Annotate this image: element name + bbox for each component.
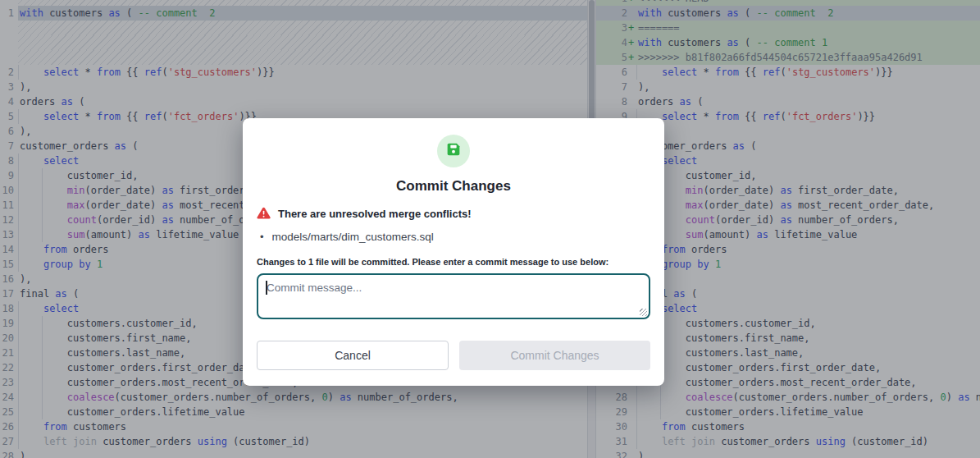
conflicted-file-item: • models/marts/dim_customers.sql — [257, 231, 650, 243]
bullet-point: • — [260, 231, 264, 243]
merge-conflict-warning: There are unresolved merge conflicts! — [257, 207, 650, 220]
resize-grip-icon[interactable] — [640, 309, 647, 316]
conflicted-file-path: models/marts/dim_customers.sql — [272, 231, 434, 243]
ide-screen: 1with customers as ( -- comment 22 selec… — [0, 0, 980, 458]
save-icon-badge — [437, 135, 470, 167]
text-cursor — [266, 281, 267, 295]
warning-text: There are unresolved merge conflicts! — [278, 208, 472, 220]
warning-icon — [257, 207, 271, 220]
commit-instruction: Changes to 1 file will be committed. Ple… — [257, 257, 650, 267]
modal-title: Commit Changes — [257, 178, 650, 195]
save-icon — [444, 140, 463, 162]
commit-message-input[interactable] — [257, 273, 650, 319]
commit-changes-button[interactable]: Commit Changes — [459, 341, 650, 370]
commit-message-wrap — [257, 273, 650, 319]
cancel-button[interactable]: Cancel — [257, 341, 449, 370]
modal-buttons: Cancel Commit Changes — [257, 341, 650, 370]
commit-changes-modal: Commit Changes There are unresolved merg… — [243, 118, 664, 386]
